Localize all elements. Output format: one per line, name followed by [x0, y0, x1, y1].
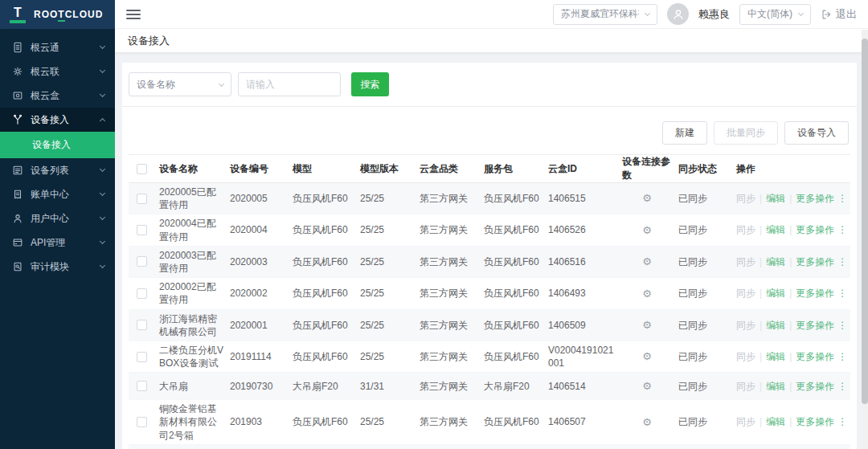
connection-params-gear-icon[interactable]: ⚙ — [642, 192, 652, 204]
select-all-checkbox[interactable] — [137, 164, 147, 174]
sim-card-icon — [11, 42, 23, 54]
cell-model-version: 25/25 — [357, 214, 416, 246]
cell-operations: 同步|编辑|更多操作⋮ — [733, 400, 850, 445]
cell-cloudbox-id: 1406533 — [545, 444, 619, 449]
edit-action[interactable]: 编辑 — [766, 193, 785, 204]
cell-model: 大吊扇F20 — [289, 373, 357, 400]
connection-params-gear-icon[interactable]: ⚙ — [642, 380, 652, 392]
cell-model-version: 25/25 — [357, 309, 416, 341]
more-actions[interactable]: 更多操作 — [796, 381, 834, 392]
more-actions-dots-icon[interactable]: ⋮ — [837, 320, 847, 331]
row-checkbox[interactable] — [137, 381, 147, 391]
sidebar-item-genyuntong[interactable]: 根云通 — [0, 35, 115, 59]
sidebar-item-device-access[interactable]: 设备接入 — [0, 108, 115, 132]
sidebar-item-user-center[interactable]: 用户中心 — [0, 206, 115, 231]
cell-cloudbox-category: 第三方网关 — [416, 183, 481, 214]
sidebar-item-genyunlian[interactable]: 根云联 — [0, 59, 115, 84]
more-actions-dots-icon[interactable]: ⋮ — [837, 256, 847, 267]
row-checkbox[interactable] — [137, 225, 147, 235]
avatar[interactable] — [667, 3, 689, 25]
create-button[interactable]: 新建 — [662, 121, 707, 145]
cell-sync-status: 已同步 — [675, 373, 733, 400]
search-field-select[interactable]: 设备名称 — [129, 72, 231, 96]
sidebar-item-audit-module[interactable]: 审计模块 — [0, 255, 115, 279]
cell-cloudbox-id: 1406507 — [545, 400, 619, 445]
content-card: 设备名称 搜索 新建 批量同步 设备导入 设备名称 设备编号 模型 模型版本 云… — [122, 63, 857, 449]
sidebar-subitem-device-access-active[interactable]: 设备接入 — [0, 132, 115, 158]
more-actions-dots-icon[interactable]: ⋮ — [837, 193, 847, 204]
rootcloud-logo: T ROOTCLOUD — [0, 0, 115, 29]
more-actions[interactable]: 更多操作 — [796, 320, 834, 331]
cell-model: 负压风机F60 — [289, 444, 357, 449]
cell-operations: 同步|编辑|更多操作⋮ — [733, 214, 850, 246]
company-select[interactable]: 苏州夏威宜环保科技有限... — [553, 4, 657, 25]
cell-device-code: 20190730 — [227, 373, 289, 400]
edit-action[interactable]: 编辑 — [766, 381, 785, 392]
more-actions[interactable]: 更多操作 — [796, 351, 834, 362]
connection-params-gear-icon[interactable]: ⚙ — [642, 224, 652, 236]
more-actions[interactable]: 更多操作 — [796, 256, 834, 267]
cell-model: 负压风机F60 — [289, 341, 357, 372]
connection-params-gear-icon[interactable]: ⚙ — [642, 350, 652, 362]
more-actions[interactable]: 更多操作 — [796, 193, 834, 204]
cell-service-package: 负压风机F60 — [481, 341, 545, 372]
connection-params-gear-icon[interactable]: ⚙ — [642, 416, 652, 428]
table-row: 二楼负压分机VBOX设备测试 20191114 负压风机F60 25/25 第三… — [129, 341, 850, 372]
edit-action[interactable]: 编辑 — [766, 256, 785, 267]
connection-params-gear-icon[interactable]: ⚙ — [642, 319, 652, 331]
row-checkbox[interactable] — [137, 256, 147, 267]
edit-action[interactable]: 编辑 — [766, 416, 785, 427]
edit-action[interactable]: 编辑 — [766, 351, 785, 362]
more-actions[interactable]: 更多操作 — [796, 288, 834, 299]
chevron-down-icon — [100, 263, 105, 268]
cell-cloudbox-id: 1406526 — [545, 214, 619, 246]
chevron-down-icon — [100, 239, 105, 244]
connection-params-gear-icon[interactable]: ⚙ — [642, 255, 652, 267]
edit-action[interactable]: 编辑 — [766, 224, 785, 235]
sidebar-item-api-management[interactable]: API管理 — [0, 231, 115, 255]
more-actions[interactable]: 更多操作 — [796, 224, 834, 235]
row-checkbox[interactable] — [137, 417, 147, 427]
sidebar-item-genyunhe[interactable]: 根云盒 — [0, 84, 115, 108]
hamburger-menu-icon[interactable] — [126, 7, 141, 22]
cell-sync-status: 已同步 — [675, 444, 733, 449]
chevron-down-icon — [100, 92, 105, 97]
cell-service-package: 负压风机F60 — [481, 400, 545, 445]
cell-service-package: 负压风机F60 — [481, 278, 545, 309]
cell-operations: 同步|编辑|更多操作⋮ — [733, 373, 850, 400]
box-icon — [11, 90, 23, 102]
cell-device-name: 2020004已配置待用 — [156, 214, 227, 246]
more-actions-dots-icon[interactable]: ⋮ — [837, 351, 847, 362]
cell-device-code: 2020001 — [227, 309, 289, 341]
edit-action[interactable]: 编辑 — [766, 288, 785, 299]
device-table: 设备名称 设备编号 模型 模型版本 云盒品类 服务包 云盒ID 设备连接参数 同… — [129, 154, 850, 449]
logout-button[interactable]: 退出 — [821, 7, 857, 22]
cell-operations: 同步|编辑|更多操作⋮ — [733, 341, 850, 372]
edit-action[interactable]: 编辑 — [766, 320, 785, 331]
more-actions[interactable]: 更多操作 — [796, 416, 834, 427]
row-checkbox[interactable] — [137, 288, 147, 299]
row-checkbox[interactable] — [137, 194, 147, 204]
cell-model: 负压风机F60 — [289, 278, 357, 309]
scrollbar-thumb[interactable] — [862, 39, 868, 404]
sidebar-item-device-list[interactable]: 设备列表 — [0, 158, 115, 182]
connection-params-gear-icon[interactable]: ⚙ — [642, 288, 652, 300]
col-cloudbox-id: 云盒ID — [545, 155, 619, 183]
more-actions-dots-icon[interactable]: ⋮ — [837, 381, 847, 392]
logout-icon — [821, 9, 832, 20]
row-checkbox[interactable] — [137, 320, 147, 330]
topbar: 苏州夏威宜环保科技有限... 赖惠良 中文(简体) 退出 — [115, 0, 868, 29]
more-actions-dots-icon[interactable]: ⋮ — [837, 416, 847, 427]
cell-device-code: 2020005 — [227, 183, 289, 214]
cell-service-package: 负压风机F60 — [481, 444, 545, 449]
device-import-button[interactable]: 设备导入 — [784, 121, 849, 145]
search-button[interactable]: 搜索 — [351, 72, 389, 96]
more-actions-dots-icon[interactable]: ⋮ — [837, 224, 847, 235]
scrollbar-track[interactable] — [862, 30, 868, 449]
table-toolbar: 新建 批量同步 设备导入 — [129, 107, 850, 154]
row-checkbox[interactable] — [137, 352, 147, 362]
more-actions-dots-icon[interactable]: ⋮ — [837, 288, 847, 299]
language-select[interactable]: 中文(简体) — [739, 4, 811, 25]
search-input[interactable] — [238, 72, 341, 96]
sidebar-item-billing-center[interactable]: 账单中心 — [0, 182, 115, 206]
